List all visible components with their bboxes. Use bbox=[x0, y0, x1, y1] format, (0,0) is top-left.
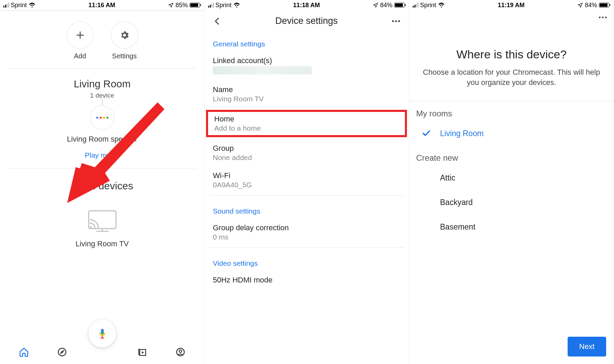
gear-icon bbox=[119, 30, 130, 40]
play-music-link[interactable]: Play music bbox=[0, 151, 204, 159]
page-title: Device settings bbox=[275, 16, 338, 26]
battery-icon bbox=[190, 3, 201, 8]
group-delay-row[interactable]: Group delay correction 0 ms bbox=[205, 219, 409, 246]
check-icon bbox=[416, 129, 437, 138]
speaker-device[interactable] bbox=[90, 105, 115, 130]
google-home-icon bbox=[90, 105, 115, 130]
room-option-attic[interactable]: Attic bbox=[409, 165, 614, 190]
signal-bars-icon bbox=[413, 3, 419, 8]
time-label: 11:18 AM bbox=[293, 2, 320, 9]
speaker-name: Living Room speaker bbox=[0, 135, 204, 144]
wifi-icon bbox=[29, 2, 35, 8]
status-bar: Sprint 11:18 AM 84% bbox=[205, 0, 409, 10]
svg-point-6 bbox=[58, 348, 66, 356]
room-option-basement[interactable]: Basement bbox=[409, 215, 614, 239]
location-icon bbox=[578, 2, 583, 8]
svg-point-13 bbox=[599, 16, 600, 18]
nav-home-icon[interactable] bbox=[19, 347, 29, 357]
svg-point-12 bbox=[398, 20, 400, 22]
status-bar: Sprint 11:16 AM 85% bbox=[0, 0, 204, 10]
general-settings-header: General settings bbox=[205, 30, 409, 52]
room-option-backyard[interactable]: Backyard bbox=[409, 190, 614, 215]
signal-bars-icon bbox=[3, 3, 9, 8]
back-button[interactable] bbox=[213, 17, 222, 26]
nav-media-icon[interactable] bbox=[137, 347, 147, 357]
heading: Where is this device? bbox=[409, 48, 614, 61]
nav-discover-icon[interactable] bbox=[57, 347, 67, 357]
screen-home: Sprint 11:16 AM 85% Add Settings Living … bbox=[0, 0, 205, 364]
chromecast-tv-icon bbox=[86, 209, 119, 233]
svg-point-15 bbox=[605, 16, 606, 18]
location-icon bbox=[373, 2, 378, 8]
svg-point-9 bbox=[179, 350, 182, 353]
more-menu-button[interactable] bbox=[391, 19, 401, 23]
tv-name: Living Room TV bbox=[0, 239, 204, 248]
signal-bars-icon bbox=[208, 3, 214, 8]
plus-icon bbox=[75, 30, 85, 40]
nav-account-icon[interactable] bbox=[175, 347, 186, 357]
redacted-account bbox=[213, 66, 312, 74]
hdmi-mode-row[interactable]: 50Hz HDMI mode bbox=[205, 271, 409, 289]
mic-icon bbox=[97, 328, 108, 339]
settings-button[interactable]: Settings bbox=[111, 21, 138, 60]
next-button[interactable]: Next bbox=[568, 337, 606, 356]
carrier-label: Sprint bbox=[11, 2, 27, 9]
voice-mic-button[interactable] bbox=[88, 320, 116, 348]
svg-point-11 bbox=[395, 20, 397, 22]
room-title: Living Room bbox=[0, 78, 204, 90]
wifi-row[interactable]: Wi-Fi 0A9A40_5G bbox=[205, 166, 409, 194]
video-settings-header: Video settings bbox=[205, 249, 409, 271]
battery-pct: 84% bbox=[380, 2, 392, 9]
battery-pct: 84% bbox=[585, 2, 597, 9]
svg-point-14 bbox=[602, 16, 603, 18]
sound-settings-header: Sound settings bbox=[205, 197, 409, 219]
screen-choose-room: Sprint 11:19 AM 84% Where is this device… bbox=[409, 0, 614, 364]
svg-point-10 bbox=[392, 20, 394, 22]
time-label: 11:19 AM bbox=[498, 2, 524, 9]
tv-device[interactable]: Living Room TV bbox=[0, 209, 204, 248]
wifi-icon bbox=[233, 2, 240, 8]
sub-heading: Choose a location for your Chromecast. T… bbox=[409, 67, 614, 87]
add-label: Add bbox=[74, 52, 86, 60]
carrier-label: Sprint bbox=[420, 2, 436, 9]
location-icon bbox=[168, 2, 174, 8]
group-row[interactable]: Group None added bbox=[205, 139, 409, 166]
linked-accounts-row[interactable]: Linked account(s) bbox=[205, 52, 409, 81]
home-row-highlight: Home Add to a home bbox=[206, 110, 407, 137]
home-row[interactable]: Home Add to a home bbox=[208, 112, 405, 135]
battery-pct: 85% bbox=[175, 2, 188, 9]
time-label: 11:16 AM bbox=[88, 2, 115, 9]
name-row[interactable]: Name Living Room TV bbox=[205, 81, 409, 108]
my-rooms-header: My rooms bbox=[409, 101, 614, 121]
carrier-label: Sprint bbox=[216, 2, 232, 9]
status-bar: Sprint 11:19 AM 84% bbox=[409, 0, 614, 10]
battery-icon bbox=[394, 3, 406, 8]
local-devices-title: Local devices bbox=[0, 180, 204, 192]
room-option-living-room[interactable]: Living Room bbox=[409, 121, 614, 146]
settings-label: Settings bbox=[112, 52, 136, 60]
create-new-header: Create new bbox=[409, 146, 614, 165]
more-menu-button[interactable] bbox=[598, 16, 608, 19]
add-button[interactable]: Add bbox=[67, 21, 94, 60]
screen-device-settings: Sprint 11:18 AM 84% Device settings Gene… bbox=[205, 0, 409, 364]
battery-icon bbox=[599, 3, 611, 8]
wifi-icon bbox=[438, 2, 445, 8]
